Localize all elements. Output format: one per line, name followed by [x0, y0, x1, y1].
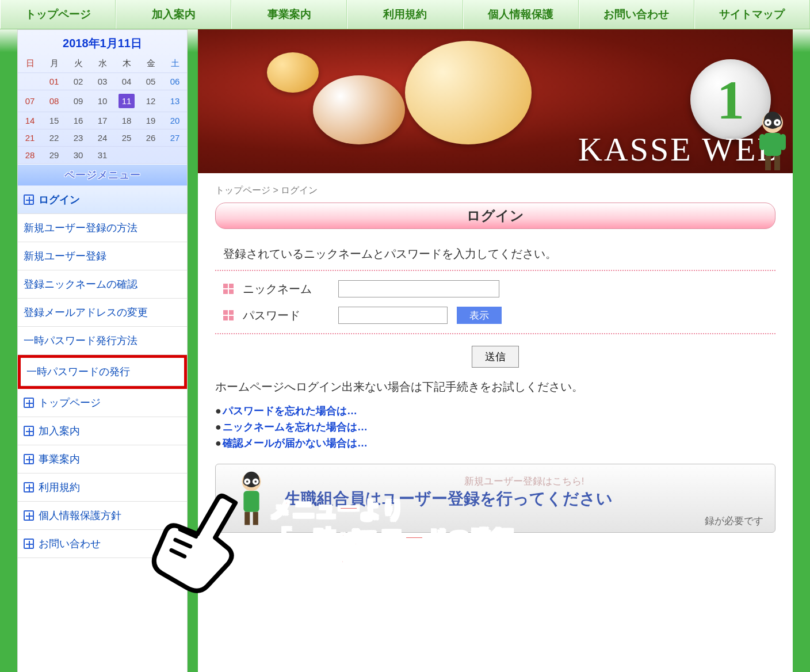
nav-item[interactable]: トップページ	[0, 0, 116, 29]
help-link[interactable]: ニックネームを忘れた場合は…	[223, 421, 368, 433]
calendar-day[interactable]: 29	[42, 147, 66, 164]
calendar-day[interactable]: 20	[163, 112, 187, 129]
calendar-day[interactable]: 08	[42, 90, 66, 112]
nav-item[interactable]: お問い合わせ	[579, 0, 694, 29]
calendar-day[interactable]: 16	[66, 112, 90, 129]
calendar-day[interactable]: 22	[42, 129, 66, 147]
calendar-day[interactable]: 03	[90, 73, 114, 90]
calendar-day[interactable]: 01	[42, 73, 66, 90]
help-link-item: ニックネームを忘れた場合は…	[215, 420, 775, 434]
sidebar-item-label: 登録メールアドレスの変更	[24, 306, 148, 319]
sidebar-item[interactable]: ログイン	[18, 186, 187, 214]
calendar-day[interactable]: 13	[163, 90, 187, 112]
calendar-day[interactable]: 04	[114, 73, 139, 90]
sidebar-item-label: 新規ユーザー登録の方法	[24, 221, 137, 235]
sidebar-item[interactable]: 新規ユーザー登録の方法	[18, 214, 187, 242]
calendar-day[interactable]: 28	[18, 147, 42, 164]
calendar-day[interactable]: 25	[114, 129, 139, 147]
sidebar-item[interactable]: 新規ユーザー登録	[18, 242, 187, 270]
breadcrumb: トップページ > ログイン	[215, 185, 775, 197]
required-marker-icon	[223, 284, 234, 294]
calendar-day	[114, 147, 139, 164]
plus-icon	[24, 454, 34, 464]
calendar-dow: 金	[139, 55, 163, 73]
sidebar-item[interactable]: 一時パスワードの発行	[21, 358, 184, 386]
nav-item[interactable]: 利用規約	[347, 0, 463, 29]
nav-item[interactable]: 個人情報保護	[463, 0, 579, 29]
sidebar-item[interactable]: 一時パスワード発行方法	[18, 327, 187, 355]
calendar-day[interactable]: 06	[163, 73, 187, 90]
help-links-list: パスワードを忘れた場合は…ニックネームを忘れた場合は…確認メールが届かない場合は…	[215, 404, 775, 450]
nickname-label: ニックネーム	[243, 281, 329, 297]
site-title: KASSE WEB	[578, 130, 781, 169]
calendar-day[interactable]: 12	[139, 90, 163, 112]
calendar-day[interactable]: 18	[114, 112, 139, 129]
login-form: ニックネーム パスワード 表示	[215, 270, 775, 334]
sidebar-item[interactable]: 登録ニックネームの確認	[18, 270, 187, 299]
callout-line: メニューより	[270, 495, 536, 524]
reg-banner-tag: 新規ユーザー登録はこちら!	[285, 475, 763, 488]
calendar-day[interactable]: 21	[18, 129, 42, 147]
calendar-day[interactable]: 26	[139, 129, 163, 147]
sidebar-item[interactable]: 加入案内	[18, 417, 187, 445]
mascot-icon	[752, 110, 793, 173]
sidebar-item-label: ログイン	[39, 193, 80, 207]
calendar-day[interactable]: 02	[66, 73, 90, 90]
sidebar-item-label: 一時パスワード発行方法	[24, 334, 137, 348]
svg-point-5	[776, 121, 778, 124]
calendar-day[interactable]: 14	[18, 112, 42, 129]
calendar-day[interactable]: 30	[66, 147, 90, 164]
login-description: 登録されているニックネームとパスワードを入力してください。	[223, 246, 775, 262]
calendar-day[interactable]: 17	[90, 112, 114, 129]
svg-rect-10	[774, 156, 780, 170]
calendar-day[interactable]: 11	[114, 90, 139, 112]
help-link[interactable]: 確認メールが届かない場合は…	[223, 437, 368, 449]
calendar-grid: 日月火水木金土 01020304050607080910111213141516…	[18, 55, 187, 164]
sidebar-item[interactable]: トップページ	[18, 389, 187, 417]
calendar-dow: 木	[114, 55, 139, 73]
calendar-title: 2018年1月11日	[18, 33, 187, 55]
help-link-item: パスワードを忘れた場合は…	[215, 404, 775, 418]
show-password-button[interactable]: 表示	[457, 307, 502, 324]
calendar-day[interactable]: 15	[42, 112, 66, 129]
nickname-input[interactable]	[338, 280, 499, 297]
password-input[interactable]	[338, 307, 448, 324]
calendar-day[interactable]: 24	[90, 129, 114, 147]
calendar-day[interactable]: 31	[90, 147, 114, 164]
calendar-day[interactable]: 07	[18, 90, 42, 112]
nav-item[interactable]: 事業案内	[231, 0, 347, 29]
sidebar-item-label: 個人情報保護方針	[39, 509, 121, 522]
sidebar-item-label: 登録ニックネームの確認	[24, 277, 137, 291]
plus-icon	[24, 510, 34, 521]
help-link-item: 確認メールが届かない場合は…	[215, 436, 775, 450]
page-title: ログイン	[215, 203, 775, 229]
help-link[interactable]: パスワードを忘れた場合は…	[223, 405, 357, 417]
calendar-day[interactable]: 19	[139, 112, 163, 129]
calendar-day[interactable]: 27	[163, 129, 187, 147]
calendar-day	[18, 73, 42, 90]
calendar-day[interactable]: 05	[139, 73, 163, 90]
calendar-dow: 土	[163, 55, 187, 73]
calendar-day	[139, 147, 163, 164]
sidebar-item-label: トップページ	[39, 396, 101, 410]
calendar-dow: 火	[66, 55, 90, 73]
submit-button[interactable]: 送信	[472, 346, 519, 368]
calendar-widget: 2018年1月11日 日月火水木金土 010203040506070809101…	[18, 30, 187, 164]
calendar-day[interactable]: 23	[66, 129, 90, 147]
svg-rect-7	[759, 134, 765, 150]
sidebar-item[interactable]: 登録メールアドレスの変更	[18, 299, 187, 327]
nav-item[interactable]: 加入案内	[116, 0, 231, 29]
calendar-day[interactable]: 10	[90, 90, 114, 112]
calendar-dow: 水	[90, 55, 114, 73]
pointing-hand-icon	[138, 478, 259, 598]
calendar-dow: 月	[42, 55, 66, 73]
nav-item[interactable]: サイトマップ	[694, 0, 810, 29]
calendar-day[interactable]: 09	[66, 90, 90, 112]
svg-rect-8	[780, 134, 786, 150]
sidebar-item[interactable]: 事業案内	[18, 445, 187, 474]
sidebar-item-label: お問い合わせ	[39, 537, 101, 551]
top-nav: トップページ加入案内事業案内利用規約個人情報保護お問い合わせサイトマップ	[0, 0, 810, 29]
sidebar-item-label: 事業案内	[39, 452, 80, 466]
callout-line: 「一時パスワードの発行」	[270, 524, 536, 553]
plus-icon	[24, 482, 34, 492]
